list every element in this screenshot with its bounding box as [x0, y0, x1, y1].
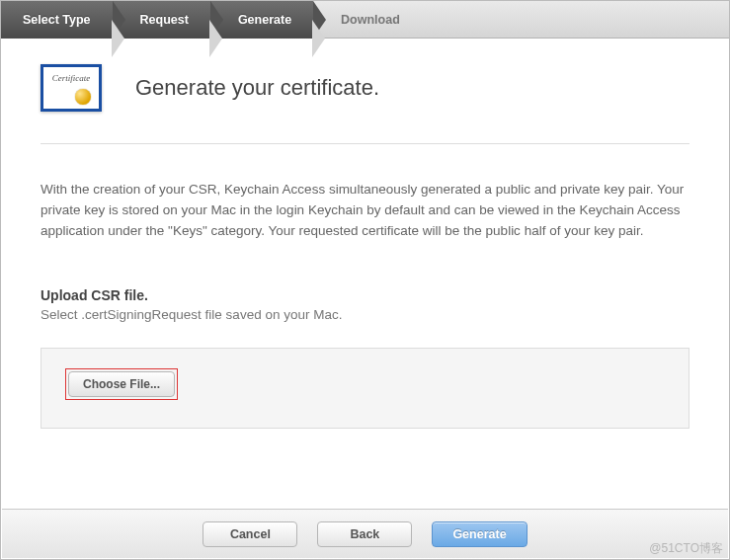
- file-upload-box: Choose File...: [41, 348, 689, 429]
- generate-button[interactable]: Generate: [432, 521, 527, 547]
- description-text: With the creation of your CSR, Keychain …: [41, 180, 689, 242]
- footer-actions: Cancel Back Generate: [2, 509, 728, 558]
- chevron-right-icon: [113, 1, 125, 39]
- step-download: Download: [313, 1, 422, 39]
- page-title: Generate your certificate.: [135, 75, 379, 101]
- upload-ext: .certSigningRequest: [81, 307, 202, 322]
- upload-sub-prefix: Select: [41, 307, 81, 322]
- seal-icon: [75, 89, 91, 105]
- watermark: @51CTO博客: [649, 540, 723, 557]
- step-label: Generate: [238, 13, 291, 27]
- step-generate[interactable]: Generate: [210, 1, 313, 39]
- back-button[interactable]: Back: [317, 521, 412, 547]
- upload-title: Upload CSR file.: [41, 287, 689, 303]
- page-header: Certificate Generate your certificate.: [41, 64, 689, 144]
- choose-file-button[interactable]: Choose File...: [68, 371, 175, 397]
- step-label: Download: [341, 13, 400, 27]
- upload-section: Upload CSR file. Select .certSigningRequ…: [41, 287, 689, 429]
- chevron-right-icon: [210, 1, 223, 39]
- chevron-right-icon: [313, 1, 326, 39]
- step-select-type[interactable]: Select Type: [1, 1, 113, 39]
- wizard-steps: Select Type Request Generate Download: [1, 1, 729, 39]
- step-label: Request: [140, 13, 189, 27]
- step-label: Select Type: [23, 13, 91, 27]
- step-request[interactable]: Request: [113, 1, 210, 39]
- certificate-icon: Certificate: [41, 64, 102, 112]
- upload-subtext: Select .certSigningRequest file saved on…: [41, 307, 689, 322]
- cancel-button[interactable]: Cancel: [203, 521, 297, 547]
- certificate-icon-label: Certificate: [52, 73, 91, 83]
- main-content: Certificate Generate your certificate. W…: [1, 39, 729, 429]
- upload-sub-suffix: file saved on your Mac.: [202, 307, 343, 322]
- choose-file-highlight: Choose File...: [65, 368, 178, 400]
